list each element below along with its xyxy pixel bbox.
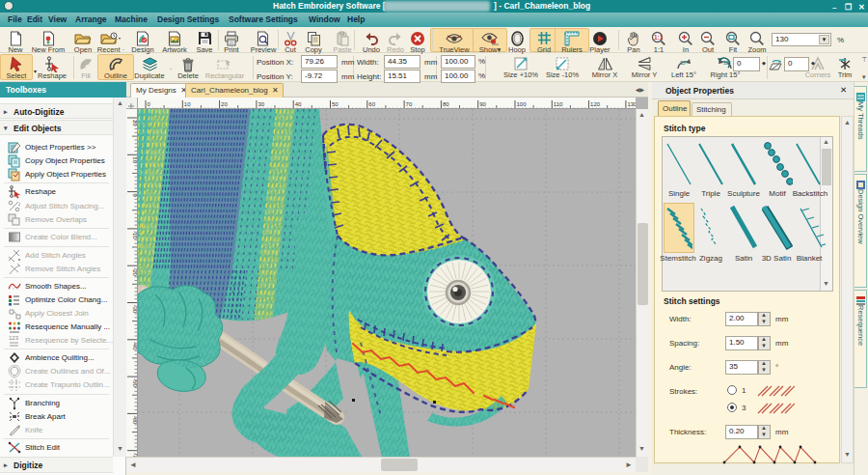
svg-text:80: 80: [443, 101, 449, 107]
svg-text:15°: 15°: [680, 60, 688, 66]
svg-text:1:1: 1:1: [654, 34, 664, 41]
svg-text:30: 30: [258, 101, 264, 107]
svg-text:100: 100: [517, 101, 528, 107]
svg-text:70: 70: [406, 101, 413, 107]
svg-text:110: 110: [554, 101, 563, 107]
svg-text:10: 10: [184, 101, 191, 107]
svg-text:60: 60: [368, 101, 375, 107]
svg-text:40: 40: [295, 101, 302, 107]
svg-text:50: 50: [332, 101, 339, 107]
svg-text:130: 130: [627, 101, 636, 107]
svg-text:120: 120: [590, 101, 601, 107]
svg-text:123: 123: [9, 335, 19, 341]
svg-text:20: 20: [221, 101, 228, 107]
svg-text:90: 90: [479, 101, 486, 107]
svg-text:0: 0: [148, 101, 151, 107]
